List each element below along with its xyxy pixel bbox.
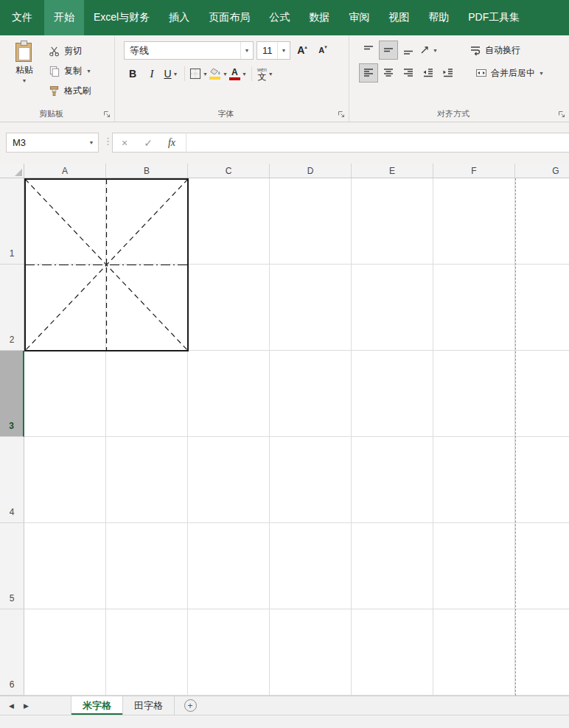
cancel-button[interactable]: × xyxy=(113,137,136,149)
increase-font-icon: A xyxy=(297,44,304,56)
merge-center-caret[interactable]: ▼ xyxy=(539,71,544,76)
add-sheet-button[interactable]: + xyxy=(175,696,206,715)
row-header-3[interactable]: 3 xyxy=(0,351,24,437)
align-middle-button[interactable] xyxy=(380,41,397,59)
formula-input[interactable] xyxy=(186,133,569,152)
sheet-tab-tianzige[interactable]: 田字格 xyxy=(123,696,175,715)
row-header-5[interactable]: 5 xyxy=(0,523,24,609)
italic-button[interactable]: I xyxy=(143,65,161,83)
ribbon-tab-label: 数据 xyxy=(309,11,329,24)
row-header-4[interactable]: 4 xyxy=(0,437,24,523)
orientation-icon xyxy=(419,44,431,56)
page-break-line xyxy=(515,178,516,696)
sheet-nav-left-icon[interactable]: ◀ xyxy=(9,702,14,710)
ribbon-tab-review[interactable]: 审阅 xyxy=(339,0,379,35)
wrap-text-button[interactable]: 自动换行 xyxy=(469,44,520,57)
mizige-shape[interactable] xyxy=(24,178,189,352)
enter-button[interactable]: ✓ xyxy=(136,137,160,149)
font-color-caret[interactable]: ▼ xyxy=(242,71,247,77)
copy-dropdown-caret[interactable]: ▼ xyxy=(86,69,91,74)
orientation-caret[interactable]: ▼ xyxy=(433,48,438,53)
ribbon-tab-bar: 文件 开始 Excel与财务 插入 页面布局 公式 数据 审阅 视图 帮助 PD… xyxy=(0,0,569,35)
paste-dropdown-caret[interactable]: ▼ xyxy=(22,78,27,83)
row-header-1[interactable]: 1 xyxy=(0,178,24,265)
ribbon-tab-home[interactable]: 开始 xyxy=(44,0,84,35)
name-box-value: M3 xyxy=(7,137,85,148)
font-size-caret[interactable]: ▼ xyxy=(277,42,290,59)
align-center-button[interactable] xyxy=(380,64,397,82)
decrease-indent-button[interactable] xyxy=(419,64,437,82)
phonetic-guide-button[interactable]: wén 文 ▼ xyxy=(256,65,274,83)
phonetic-caret[interactable]: ▼ xyxy=(268,71,273,77)
font-color-letter: A xyxy=(231,68,238,77)
cut-label: 剪切 xyxy=(64,45,82,57)
font-name-caret[interactable]: ▼ xyxy=(240,42,253,59)
name-box-caret[interactable]: ▼ xyxy=(85,140,98,145)
merge-center-button[interactable]: 合并后居中 ▼ xyxy=(475,67,544,80)
copy-label: 复制 xyxy=(64,65,82,77)
column-header-g[interactable]: G xyxy=(515,164,569,178)
horizontal-scrollbar[interactable] xyxy=(0,715,569,728)
row-header-2[interactable]: 2 xyxy=(0,265,24,351)
cut-button[interactable]: 剪切 xyxy=(49,43,91,59)
borders-button[interactable]: ▼ xyxy=(189,65,208,83)
fill-color-caret[interactable]: ▼ xyxy=(223,71,228,77)
alignment-dialog-launcher[interactable] xyxy=(557,110,566,119)
align-left-button[interactable] xyxy=(360,64,377,82)
underline-button[interactable]: U ▼ xyxy=(162,65,180,83)
font-dialog-launcher[interactable] xyxy=(337,110,346,119)
font-color-button[interactable]: A ▼ xyxy=(229,65,247,83)
font-name-combo[interactable]: 等线 ▼ xyxy=(124,41,254,60)
phonetic-char: 文 xyxy=(257,72,266,81)
spreadsheet-grid[interactable] xyxy=(24,178,569,696)
select-all-button[interactable] xyxy=(0,164,24,178)
ribbon-tab-file[interactable]: 文件 xyxy=(0,0,44,35)
borders-icon xyxy=(189,68,201,80)
align-right-icon xyxy=(402,67,414,79)
column-header-d[interactable]: D xyxy=(270,164,352,178)
ribbon-tab-excel-finance[interactable]: Excel与财务 xyxy=(84,0,159,35)
bold-button[interactable]: B xyxy=(124,65,142,83)
row-headers: 1 2 3 4 5 6 xyxy=(0,178,24,696)
clipboard-dialog-launcher[interactable] xyxy=(102,110,111,119)
increase-font-size-button[interactable]: A ▴ xyxy=(293,42,311,60)
sheet-tab-mizige[interactable]: 米字格 xyxy=(71,696,123,715)
name-box[interactable]: M3 ▼ xyxy=(6,133,99,153)
borders-caret[interactable]: ▼ xyxy=(203,71,208,77)
increase-indent-button[interactable] xyxy=(439,64,457,82)
divider xyxy=(184,66,185,81)
insert-function-button[interactable]: fx xyxy=(160,137,184,149)
decrease-font-size-button[interactable]: A ▾ xyxy=(314,42,332,60)
sheet-nav-right-icon[interactable]: ▶ xyxy=(24,702,29,710)
align-right-button[interactable] xyxy=(399,64,417,82)
ribbon-tab-view[interactable]: 视图 xyxy=(379,0,419,35)
ribbon-tab-insert[interactable]: 插入 xyxy=(159,0,199,35)
orientation-button[interactable]: ▼ xyxy=(419,41,438,59)
ribbon-tab-label: 帮助 xyxy=(428,11,449,24)
underline-caret[interactable]: ▼ xyxy=(173,71,178,77)
ribbon-tab-formulas[interactable]: 公式 xyxy=(259,0,299,35)
dialog-launcher-icon xyxy=(103,111,111,118)
align-top-button[interactable] xyxy=(360,41,377,59)
paste-button[interactable]: 粘贴 ▼ xyxy=(7,41,41,99)
ribbon-tab-page-layout[interactable]: 页面布局 xyxy=(199,0,259,35)
font-color-icon: A xyxy=(229,68,240,80)
column-header-a[interactable]: A xyxy=(24,164,106,178)
font-group-label: 字体 xyxy=(115,108,337,119)
ribbon-tab-data[interactable]: 数据 xyxy=(299,0,339,35)
column-header-f[interactable]: F xyxy=(433,164,515,178)
format-painter-button[interactable]: 格式刷 xyxy=(49,83,91,99)
ribbon-tab-pdf-tools[interactable]: PDF工具集 xyxy=(458,0,529,35)
copy-button[interactable]: 复制 ▼ xyxy=(49,63,91,79)
fill-color-button[interactable]: ▼ xyxy=(209,65,228,83)
font-size-combo[interactable]: 11 ▼ xyxy=(256,41,290,60)
align-bottom-button[interactable] xyxy=(399,41,417,59)
format-painter-label: 格式刷 xyxy=(64,85,91,97)
ribbon-tab-label: 开始 xyxy=(54,11,74,24)
row-header-6[interactable]: 6 xyxy=(0,609,24,696)
column-header-e[interactable]: E xyxy=(352,164,433,178)
wrap-text-icon xyxy=(469,44,481,56)
column-header-c[interactable]: C xyxy=(188,164,270,178)
column-header-b[interactable]: B xyxy=(106,164,188,178)
ribbon-tab-help[interactable]: 帮助 xyxy=(419,0,458,35)
